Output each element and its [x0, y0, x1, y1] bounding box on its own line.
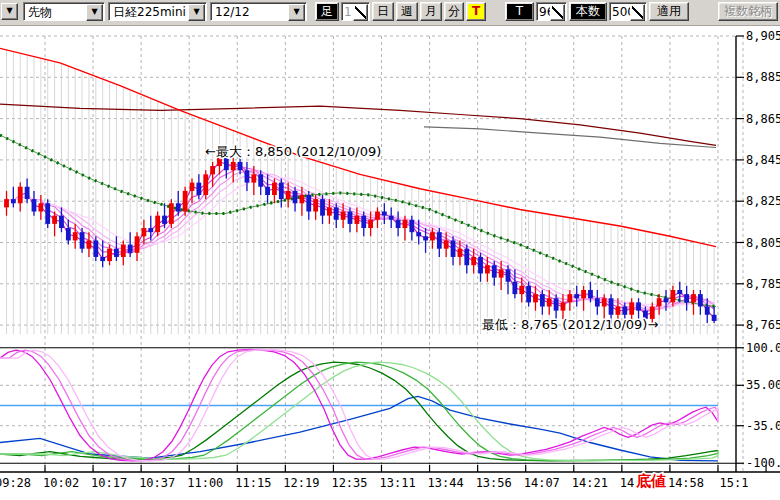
spinner-icon[interactable]: [353, 4, 368, 21]
svg-text:13:44: 13:44: [428, 476, 464, 490]
t-mode-button[interactable]: T: [505, 2, 534, 21]
svg-text:10:37: 10:37: [139, 476, 175, 490]
dropdown-arrow-icon[interactable]: ▼: [188, 4, 205, 21]
svg-text:14:58: 14:58: [668, 476, 704, 490]
svg-text:12:35: 12:35: [331, 476, 367, 490]
svg-text:10:17: 10:17: [91, 476, 127, 490]
contract-month-combobox-value: 12/12: [215, 4, 250, 21]
interval-value: 1: [344, 4, 352, 21]
bottom-price-label: 底値: [635, 472, 666, 490]
cutoff-combo-dropdown-button[interactable]: ▼: [1, 3, 18, 20]
ma-ribbon-layer: [7, 162, 715, 318]
svg-text:-100.00: -100.00: [746, 456, 780, 470]
product-combobox-value: 先物: [28, 4, 52, 21]
candles-layer: [4, 150, 716, 326]
svg-text:8,905: 8,905: [746, 29, 780, 43]
product-combobox[interactable]: 先物 ▼: [23, 2, 105, 21]
dropdown-arrow-icon[interactable]: ▼: [86, 4, 103, 21]
max-price-annotation: ←最大：8,850 (2012/10/09): [205, 144, 381, 159]
oscillator-layer: [0, 348, 736, 464]
dropdown-arrow-icon[interactable]: ▼: [288, 4, 305, 21]
svg-text:10:02: 10:02: [43, 476, 79, 490]
spinner-icon[interactable]: [550, 4, 565, 21]
svg-text:8,765: 8,765: [746, 318, 780, 332]
svg-text:35.00: 35.00: [746, 378, 780, 392]
svg-text:14:07: 14:07: [524, 476, 560, 490]
svg-text:8,865: 8,865: [746, 112, 780, 126]
svg-text:13:11: 13:11: [379, 476, 415, 490]
svg-text:13:56: 13:56: [476, 476, 512, 490]
symbol-combobox-value: 日経225mini: [113, 4, 186, 21]
svg-text:14:21: 14:21: [572, 476, 608, 490]
tick-period-button[interactable]: T: [466, 2, 486, 21]
svg-text:8,845: 8,845: [746, 153, 780, 167]
svg-text:11:00: 11:00: [187, 476, 223, 490]
chart-application-window: ▼ 先物 ▼ 日経225mini ▼ 12/12 ▼ 足 1 日 週 月 分 T…: [0, 0, 780, 500]
svg-text:12:19: 12:19: [283, 476, 319, 490]
svg-text:09:28: 09:28: [0, 476, 31, 490]
interval-spinner[interactable]: 1: [341, 2, 370, 21]
bar-grid-layer: [7, 50, 715, 334]
apply-button[interactable]: 適用: [649, 2, 689, 21]
svg-text:8,825: 8,825: [746, 194, 780, 208]
symbol-combobox[interactable]: 日経225mini ▼: [108, 2, 207, 21]
chart-canvas[interactable]: 8,9058,8858,8658,8458,8258,8058,7858,765…: [0, 0, 780, 500]
svg-text:15:1: 15:1: [720, 476, 749, 490]
minute-period-button[interactable]: 分: [444, 2, 464, 21]
svg-text:8,805: 8,805: [746, 236, 780, 250]
svg-text:-35.00: -35.00: [746, 419, 780, 433]
contract-month-combobox[interactable]: 12/12 ▼: [210, 2, 307, 21]
tick-count-spinner[interactable]: 96: [536, 2, 567, 21]
ashi-candle-type-button[interactable]: 足: [315, 2, 339, 21]
month-period-button[interactable]: 月: [420, 2, 442, 21]
bar-count-mode-button[interactable]: 本数: [569, 2, 607, 21]
toolbar: ▼ 先物 ▼ 日経225mini ▼ 12/12 ▼ 足 1 日 週 月 分 T…: [0, 0, 780, 26]
min-price-annotation: 最低：8,765 (2012/10/09)→: [482, 317, 658, 332]
svg-text:11:15: 11:15: [235, 476, 271, 490]
week-period-button[interactable]: 週: [396, 2, 418, 21]
multi-symbol-button: 複数銘柄: [718, 2, 778, 21]
svg-text:100.00: 100.00: [746, 341, 780, 355]
spinner-icon[interactable]: [630, 4, 645, 21]
svg-text:8,785: 8,785: [746, 277, 780, 291]
svg-text:8,885: 8,885: [746, 70, 780, 84]
dropdown-arrow-icon: ▼: [6, 6, 12, 15]
day-period-button[interactable]: 日: [372, 2, 394, 21]
bar-count-spinner[interactable]: 500: [609, 2, 647, 21]
